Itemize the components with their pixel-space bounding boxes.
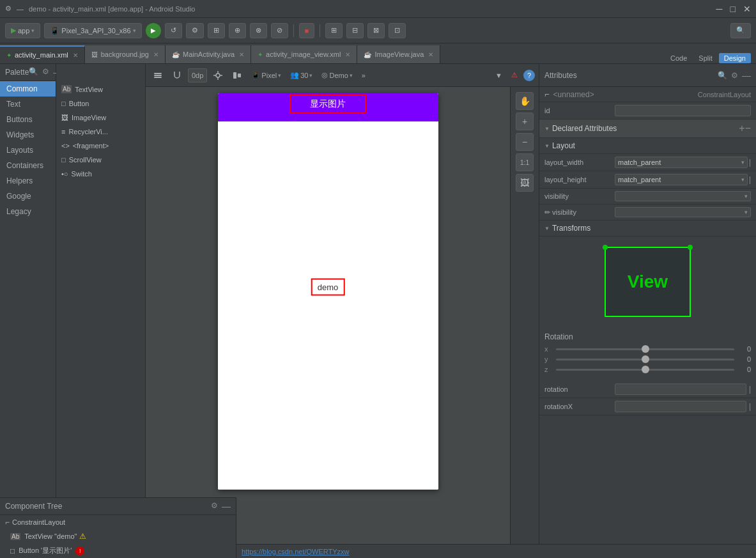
tool2-button[interactable]: ⊞ bbox=[208, 23, 225, 38]
sidebar-item-google[interactable]: Google bbox=[0, 189, 56, 204]
sidebar-item-helpers[interactable]: Helpers bbox=[0, 173, 56, 189]
tool1-button[interactable]: ⚙ bbox=[186, 23, 204, 38]
palette-item-textview[interactable]: Ab TextView bbox=[56, 82, 145, 97]
stop-button[interactable]: ■ bbox=[299, 23, 315, 38]
demo-dropdown[interactable]: ◎ Demo ▾ bbox=[318, 68, 355, 82]
device-dropdown[interactable]: 📱 Pixel_3a_API_30_x86 ▾ bbox=[44, 23, 141, 38]
rotation-z-slider[interactable] bbox=[556, 369, 734, 371]
tab-activity-imageview[interactable]: ✦ activity_image_view.xml ✕ bbox=[251, 45, 357, 63]
tree-item-textview[interactable]: Ab TextView "demo" ⚠ bbox=[0, 529, 236, 543]
gear-icon[interactable]: ⚙ bbox=[5, 4, 12, 13]
palette-item-switch[interactable]: •○ Switch bbox=[56, 167, 145, 181]
tool5-button[interactable]: ⊘ bbox=[271, 23, 288, 38]
play-button[interactable]: ▶ bbox=[146, 23, 161, 38]
sidebar-item-containers[interactable]: Containers bbox=[0, 158, 56, 173]
sidebar-item-legacy[interactable]: Legacy bbox=[0, 204, 56, 219]
zoom-in-btn[interactable]: + bbox=[516, 112, 534, 130]
tool8-button[interactable]: ⊠ bbox=[367, 23, 385, 38]
warning-btn[interactable]: ⚠ bbox=[508, 68, 521, 82]
zoom-out-btn[interactable]: − bbox=[516, 133, 534, 151]
device-frame[interactable]: 显示图片 demo bbox=[146, 87, 510, 558]
declared-attributes-section[interactable]: ▼ Declared Attributes + − bbox=[539, 120, 756, 138]
tab-design[interactable]: Design bbox=[719, 53, 751, 63]
tab-mainactivity[interactable]: ☕ MainActivity.java ✕ bbox=[166, 45, 251, 63]
rotation-x-attr-extra-icon[interactable]: | bbox=[749, 402, 751, 411]
rotation-x-slider[interactable] bbox=[556, 348, 734, 350]
tool6-button[interactable]: ⊞ bbox=[325, 23, 343, 38]
pan-tool-btn[interactable]: ✋ bbox=[516, 92, 534, 110]
sidebar-item-buttons[interactable]: Buttons bbox=[0, 112, 56, 127]
layout-section[interactable]: ▼ Layout bbox=[539, 138, 756, 154]
palette-item-fragment[interactable]: <> <fragment> bbox=[56, 139, 145, 153]
rotation-y-slider[interactable] bbox=[556, 359, 734, 360]
tool4-button[interactable]: ⊗ bbox=[250, 23, 267, 38]
status-url[interactable]: https://blog.csdn.net/QWERTYzxw bbox=[242, 548, 350, 555]
palette-item-scrollview[interactable]: □ ScrollView bbox=[56, 153, 145, 167]
palette-gear-icon[interactable]: ⚙ bbox=[42, 67, 49, 77]
minimize-btn[interactable]: — bbox=[17, 5, 24, 13]
tool7-button[interactable]: ⊟ bbox=[346, 23, 364, 38]
attr-search-icon[interactable]: 🔍 bbox=[718, 71, 727, 80]
constraints-btn[interactable] bbox=[210, 68, 226, 82]
rotation-attr-extra-icon[interactable]: | bbox=[749, 385, 751, 394]
palette-search-icon[interactable]: 🔍 bbox=[29, 67, 38, 77]
margin-input[interactable]: 0dp bbox=[188, 68, 207, 82]
layout-height-select[interactable]: match_parent ▾ bbox=[615, 174, 748, 185]
attr-gear-icon[interactable]: ⚙ bbox=[731, 71, 738, 80]
pixel-dropdown[interactable]: 📱 Pixel ▾ bbox=[248, 68, 284, 82]
visibility-select[interactable]: ▾ bbox=[615, 191, 751, 201]
layout-height-extra-icon[interactable]: | bbox=[749, 175, 751, 184]
window-close[interactable]: ✕ bbox=[743, 4, 751, 14]
tab-close-background[interactable]: ✕ bbox=[153, 51, 158, 58]
fit-btn[interactable]: 1:1 bbox=[516, 153, 534, 171]
tab-close-activity-imageview[interactable]: ✕ bbox=[345, 51, 350, 58]
palette-item-button[interactable]: □ Button bbox=[56, 97, 145, 111]
run-config-dropdown[interactable]: ▶ app ▾ bbox=[5, 23, 40, 38]
tab-activity-main[interactable]: ✦ activity_main.xml ✕ bbox=[0, 45, 85, 63]
rotation-y-thumb[interactable] bbox=[642, 355, 649, 363]
refresh-button[interactable]: ↺ bbox=[165, 23, 182, 38]
tree-item-constraintlayout[interactable]: ⌐ ConstraintLayout bbox=[0, 515, 236, 529]
filter-btn[interactable]: ▼ bbox=[492, 68, 505, 82]
window-minimize[interactable]: ─ bbox=[716, 4, 723, 14]
palette-item-imageview[interactable]: 🖼 ImageView bbox=[56, 111, 145, 125]
tab-close-mainactivity[interactable]: ✕ bbox=[239, 51, 244, 58]
sidebar-item-text[interactable]: Text bbox=[0, 97, 56, 112]
screenshot-btn[interactable]: 🖼 bbox=[516, 174, 534, 192]
tree-gear-icon[interactable]: ⚙ bbox=[211, 501, 218, 511]
more-options-btn[interactable]: » bbox=[359, 68, 369, 82]
tree-minus-icon[interactable]: — bbox=[222, 501, 231, 511]
tab-close-imageview-java[interactable]: ✕ bbox=[428, 51, 433, 58]
tab-imageview-java[interactable]: ☕ ImageView.java ✕ bbox=[357, 45, 440, 63]
tool3-button[interactable]: ⊕ bbox=[229, 23, 246, 38]
phone-body[interactable]: demo bbox=[218, 121, 438, 490]
layout-width-extra-icon[interactable]: | bbox=[749, 158, 751, 167]
tool9-button[interactable]: ⊡ bbox=[389, 23, 406, 38]
tab-background[interactable]: 🖼 background.jpg ✕ bbox=[85, 45, 166, 63]
layout-width-select[interactable]: match_parent ▾ bbox=[615, 157, 748, 168]
rotation-x-attr-input[interactable] bbox=[615, 401, 746, 412]
sidebar-item-common[interactable]: Common bbox=[0, 81, 56, 97]
tab-split[interactable]: Split bbox=[693, 53, 717, 63]
magnet-btn[interactable] bbox=[169, 68, 185, 82]
rotation-x-thumb[interactable] bbox=[642, 345, 649, 353]
search-button[interactable]: 🔍 bbox=[730, 23, 751, 38]
layers-btn[interactable] bbox=[150, 68, 166, 82]
window-maximize[interactable]: □ bbox=[730, 4, 736, 14]
declared-minus-btn[interactable]: − bbox=[745, 123, 751, 134]
sidebar-item-widgets[interactable]: Widgets bbox=[0, 127, 56, 143]
rotation-z-thumb[interactable] bbox=[642, 366, 649, 373]
demo-text-box[interactable]: demo bbox=[311, 279, 345, 296]
palette-item-recyclerview[interactable]: ≡ RecyclerVi... bbox=[56, 125, 145, 139]
declared-add-btn[interactable]: + bbox=[739, 123, 744, 134]
density-dropdown[interactable]: 👥 30 ▾ bbox=[287, 68, 316, 82]
tab-close-activity-main[interactable]: ✕ bbox=[73, 52, 78, 59]
visibility2-select[interactable]: ▾ bbox=[615, 207, 751, 217]
help-btn[interactable]: ? bbox=[523, 70, 535, 81]
tree-item-button[interactable]: □ Button '显示图片' ! bbox=[0, 543, 236, 558]
transforms-section[interactable]: ▼ Transforms bbox=[539, 221, 756, 236]
rotation-attr-input[interactable] bbox=[615, 384, 746, 395]
id-input[interactable] bbox=[615, 105, 751, 116]
phone-preview[interactable]: 显示图片 demo bbox=[218, 93, 438, 490]
align-btn[interactable] bbox=[229, 68, 245, 82]
